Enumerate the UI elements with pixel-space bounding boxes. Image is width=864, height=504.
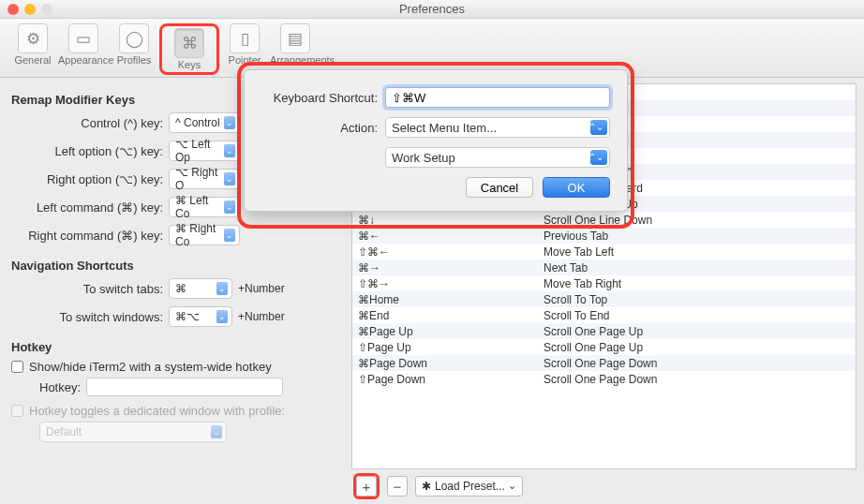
table-row[interactable]: ⌘HomeScroll To Top — [352, 291, 856, 307]
table-row[interactable]: ⌘Page DownScroll One Page Down — [352, 355, 856, 371]
key-cell: ⇧Page Down — [352, 373, 540, 386]
action-cell: Next Tab — [540, 261, 856, 274]
action-label: Action: — [261, 121, 385, 135]
pointer-icon: ▯ — [230, 23, 260, 53]
hotkey-profile-select: Default⌃⌄ — [39, 422, 227, 442]
key-cell: ⇧⌘← — [352, 245, 540, 259]
action-cell: Move Tab Left — [540, 245, 856, 259]
hotkey-toggle-window-label: Hotkey toggles a dedicated window with p… — [29, 404, 285, 418]
load-preset-select[interactable]: ✱ Load Preset... — [415, 476, 523, 497]
key-cell: ⇧⌘→ — [352, 277, 540, 290]
left-command-label: Left command (⌘) key: — [11, 200, 169, 215]
add-key-binding-button[interactable]: + — [356, 476, 377, 497]
switch-windows-select[interactable]: ⌘⌥⌃⌄ — [169, 306, 232, 327]
hotkey-toggle-window-checkbox — [11, 405, 23, 417]
toolbar-appearance-label: Appearance — [58, 54, 109, 66]
toolbar-pointer[interactable]: ▯ Pointer — [219, 23, 270, 75]
control-key-label: Control (^) key: — [11, 116, 169, 130]
table-row[interactable]: ⇧⌘←Move Tab Left — [352, 244, 856, 259]
toolbar-profiles[interactable]: ◯ Profiles — [109, 23, 159, 75]
action-cell: Scroll One Line Down — [540, 214, 856, 227]
action-cell: Move Tab Right — [540, 277, 856, 290]
right-command-select[interactable]: ⌘ Right Co⌃⌄ — [169, 225, 240, 245]
load-preset-label: Load Preset... — [435, 480, 505, 493]
gear-icon: ✱ — [422, 480, 431, 493]
switch-tabs-label: To switch tabs: — [11, 282, 169, 296]
ok-button[interactable]: OK — [543, 177, 610, 198]
key-cell: ⌘← — [352, 230, 540, 243]
show-hide-hotkey-checkbox[interactable] — [11, 361, 23, 373]
toolbar-keys[interactable]: ⌘ Keys — [164, 28, 215, 70]
key-cell: ⌘Page Down — [352, 357, 540, 370]
toolbar-general[interactable]: ⚙ General — [7, 23, 58, 75]
keys-icon: ⌘ — [174, 28, 204, 58]
toolbar-arrangements[interactable]: ▤ Arrangements — [270, 23, 320, 75]
action-cell: Scroll One Page Up — [540, 325, 856, 338]
remove-key-binding-button[interactable]: − — [387, 476, 408, 497]
switch-windows-label: To switch windows: — [11, 310, 169, 324]
table-row[interactable]: ⌘↓Scroll One Line Down — [352, 212, 856, 228]
appearance-icon: ▭ — [68, 23, 98, 53]
keys-tab-highlight: ⌘ Keys — [159, 23, 219, 75]
table-row[interactable]: ⌘→Next Tab — [352, 259, 856, 275]
action-cell: Scroll One Page Down — [540, 373, 856, 386]
table-row[interactable]: ⌘←Previous Tab — [352, 228, 856, 244]
table-row[interactable]: ⇧Page DownScroll One Page Down — [352, 371, 856, 387]
left-option-select[interactable]: ⌥ Left Op⌃⌄ — [169, 141, 240, 161]
nav-heading: Navigation Shortcuts — [11, 259, 344, 273]
menu-item-select[interactable]: Work Setup⌃⌄ — [385, 147, 610, 168]
table-row[interactable]: ⇧Page UpScroll One Page Up — [352, 339, 856, 355]
toolbar-pointer-label: Pointer — [219, 54, 270, 66]
profiles-icon: ◯ — [119, 23, 149, 53]
table-row[interactable]: ⇧⌘→Move Tab Right — [352, 275, 856, 291]
left-option-label: Left option (⌥) key: — [11, 144, 169, 158]
arrangements-icon: ▤ — [280, 23, 310, 53]
minimize-window-button[interactable] — [24, 4, 36, 15]
hotkey-field-label: Hotkey: — [39, 380, 81, 394]
toolbar-appearance[interactable]: ▭ Appearance — [58, 23, 109, 75]
key-cell: ⇧Page Up — [352, 341, 540, 354]
action-cell: Scroll To Top — [540, 293, 856, 306]
close-window-button[interactable] — [7, 4, 19, 15]
keyboard-shortcut-label: Keyboard Shortcut: — [261, 91, 385, 105]
zoom-window-button[interactable] — [41, 4, 52, 15]
switch-tabs-suffix: +Number — [238, 282, 285, 295]
window-title: Preferences — [7, 2, 857, 16]
toolbar-keys-label: Keys — [164, 59, 215, 70]
action-cell: Scroll One Page Up — [540, 341, 856, 354]
action-select[interactable]: Select Menu Item...⌃⌄ — [385, 117, 610, 138]
hotkey-heading: Hotkey — [11, 340, 344, 354]
action-cell: Scroll To End — [540, 309, 856, 322]
action-cell: Previous Tab — [540, 230, 856, 243]
keyboard-shortcut-input[interactable] — [385, 87, 610, 108]
toolbar-general-label: General — [7, 54, 58, 66]
right-option-label: Right option (⌥) key: — [11, 172, 169, 186]
table-row[interactable]: ⌘Page UpScroll One Page Up — [352, 323, 856, 339]
hotkey-input[interactable] — [86, 378, 283, 396]
key-cell: ⌘End — [352, 309, 540, 322]
titlebar: Preferences — [0, 0, 864, 19]
right-option-select[interactable]: ⌥ Right O⌃⌄ — [169, 169, 240, 189]
right-command-label: Right command (⌘) key: — [11, 229, 169, 243]
key-cell: ⌘Page Up — [352, 325, 540, 338]
general-icon: ⚙ — [18, 23, 48, 53]
add-shortcut-sheet: Keyboard Shortcut: Action: Select Menu I… — [244, 69, 628, 212]
left-command-select[interactable]: ⌘ Left Co⌃⌄ — [169, 197, 240, 217]
key-cell: ⌘↓ — [352, 214, 540, 227]
cancel-button[interactable]: Cancel — [466, 177, 533, 198]
key-cell: ⌘Home — [352, 293, 540, 306]
key-cell: ⌘→ — [352, 261, 540, 274]
show-hide-hotkey-label: Show/hide iTerm2 with a system-wide hotk… — [29, 360, 272, 374]
control-key-select[interactable]: ^ Control⌃⌄ — [169, 112, 240, 133]
switch-windows-suffix: +Number — [238, 310, 285, 323]
toolbar-arrangements-label: Arrangements — [270, 54, 320, 66]
add-button-highlight: + — [353, 473, 380, 499]
action-cell: Scroll One Page Down — [540, 357, 856, 370]
switch-tabs-select[interactable]: ⌘⌃⌄ — [169, 278, 232, 299]
table-row[interactable]: ⌘EndScroll To End — [352, 307, 856, 323]
toolbar-profiles-label: Profiles — [109, 54, 159, 66]
